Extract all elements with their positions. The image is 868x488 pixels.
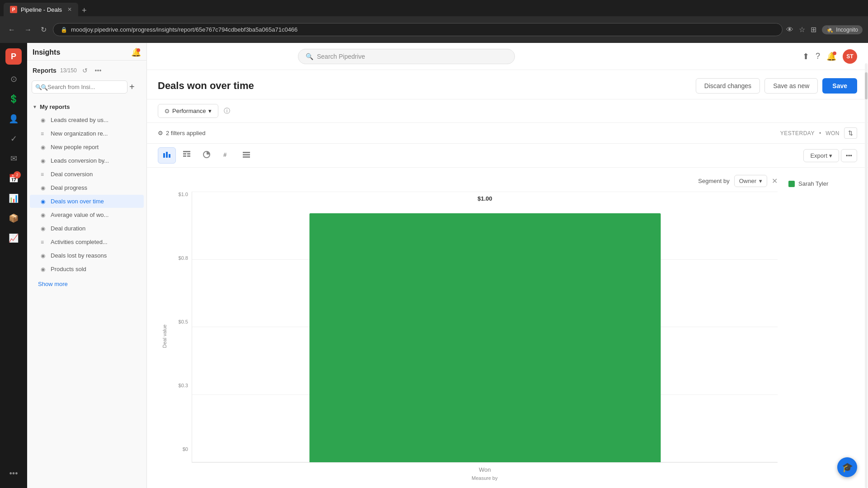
- reset-icon[interactable]: ↺: [80, 65, 90, 76]
- sidebar-item-calendar[interactable]: 📅 2: [5, 169, 23, 188]
- sidebar-item-leads-conversion[interactable]: ◉ Leads conversion by...: [30, 154, 144, 167]
- svg-rect-4: [183, 153, 186, 155]
- performance-chevron-icon: ▾: [208, 108, 212, 114]
- x-axis-title-row: Measure by: [171, 463, 778, 481]
- sidebar-item-avg-value[interactable]: ◉ Average value of wo...: [30, 208, 144, 221]
- sidebar-item-activities[interactable]: ≡ Activities completed...: [30, 235, 144, 249]
- new-tab-button[interactable]: +: [78, 5, 90, 16]
- sidebar-item-deal-conversion[interactable]: ≡ Deal conversion: [30, 168, 144, 181]
- sidebar-item-reports[interactable]: 📊: [5, 189, 23, 207]
- bar-value-label: $1.00: [477, 195, 492, 202]
- sidebar-item-inventory[interactable]: 📦: [5, 209, 23, 227]
- chatbot-button[interactable]: 🎓: [837, 457, 857, 477]
- number-chart-button[interactable]: #: [217, 147, 236, 164]
- add-report-button[interactable]: +: [127, 82, 137, 92]
- sidebar-item-deal-duration-label: Deal duration: [51, 225, 85, 232]
- active-tab[interactable]: P Pipeline - Deals ✕: [4, 3, 78, 16]
- filters-applied-badge[interactable]: ⚙ 2 filters applied: [158, 130, 205, 136]
- chart-type-bar: # Export ▾ •••: [147, 144, 868, 168]
- stacked-chart-button[interactable]: [237, 147, 255, 164]
- more-options-button[interactable]: •••: [841, 149, 857, 162]
- products-sold-icon: ◉: [41, 266, 47, 272]
- sidebar-item-activities-label: Activities completed...: [51, 239, 108, 245]
- y-axis-labels: $1.0 $0.8 $0.5 $0.3 $0: [171, 192, 192, 463]
- address-bar[interactable]: 🔒 moodjoy.pipedrive.com/progress/insight…: [53, 23, 783, 36]
- eye-slash-icon[interactable]: 👁: [786, 26, 793, 34]
- sidebar-item-leads-created[interactable]: ◉ Leads created by us...: [30, 113, 144, 127]
- sort-toggle-button[interactable]: ⇅: [844, 127, 857, 139]
- sidebar-item-deal-progress-label: Deal progress: [51, 184, 87, 191]
- extensions-icon[interactable]: ⊞: [811, 25, 816, 34]
- sidebar-item-more[interactable]: •••: [5, 465, 23, 483]
- tab-favicon: P: [10, 6, 17, 13]
- reports-sidebar: Insights 🔔 Reports 13/150 ↺ ••• 🔍 +: [27, 43, 147, 488]
- pie-chart-button[interactable]: [198, 147, 216, 164]
- sidebar-item-deals[interactable]: 💲: [5, 90, 23, 108]
- y-label-1: $1.0: [179, 192, 188, 197]
- reports-search-area: 🔍 +: [27, 79, 146, 97]
- performance-dropdown[interactable]: ⊙ Performance ▾: [158, 104, 218, 118]
- sidebar-item-deals-lost[interactable]: ◉ Deals lost by reasons: [30, 249, 144, 262]
- forward-button[interactable]: →: [22, 24, 34, 36]
- sidebar-item-products-sold[interactable]: ◉ Products sold: [30, 263, 144, 276]
- reports-title: Reports: [33, 67, 57, 74]
- calendar-badge: 2: [14, 171, 21, 178]
- y-axis-container: Deal value: [158, 192, 171, 481]
- sidebar-item-deal-progress[interactable]: ◉ Deal progress: [30, 181, 144, 194]
- chart-area: Segment by Owner ▾ ✕ Deal value: [147, 168, 868, 488]
- export-label: Export: [810, 152, 827, 159]
- new-people-icon: ◉: [41, 144, 47, 150]
- table-chart-button[interactable]: [178, 147, 196, 164]
- sidebar-item-home[interactable]: ⊙: [5, 70, 23, 88]
- sidebar-item-analytics[interactable]: 📈: [5, 229, 23, 247]
- export-button[interactable]: Export ▾: [803, 149, 839, 162]
- app-logo[interactable]: P: [5, 48, 22, 65]
- legend-label: Sarah Tyler: [798, 180, 828, 187]
- activities-icon: ≡: [41, 239, 47, 245]
- sidebar-item-deal-duration[interactable]: ◉ Deal duration: [30, 222, 144, 235]
- sidebar-item-deals-lost-label: Deals lost by reasons: [51, 252, 107, 259]
- refresh-button[interactable]: ↻: [38, 23, 49, 36]
- url-text: moodjoy.pipedrive.com/progress/insights/…: [71, 26, 297, 33]
- save-as-new-button[interactable]: Save as new: [764, 78, 818, 94]
- sidebar-item-contacts[interactable]: 👤: [5, 110, 23, 128]
- discard-changes-button[interactable]: Discard changes: [696, 78, 760, 94]
- reports-count: 13/150: [60, 67, 77, 74]
- chart-with-axes: Deal value $1.0 $0.8 $0.5 $0.3 $0: [158, 192, 778, 481]
- legend-color-swatch: [788, 181, 795, 187]
- segment-clear-button[interactable]: ✕: [772, 177, 778, 185]
- back-button[interactable]: ←: [5, 24, 18, 36]
- upgrade-icon[interactable]: ⬆: [802, 52, 809, 61]
- svg-text:#: #: [223, 151, 227, 158]
- my-reports-section[interactable]: ▼ My reports: [27, 101, 146, 113]
- sidebar-item-new-people[interactable]: ◉ New people report: [30, 141, 144, 154]
- show-more-area[interactable]: Show more: [27, 276, 146, 291]
- browser-nav: ← → ↻ 🔒 moodjoy.pipedrive.com/progress/i…: [0, 16, 868, 43]
- reports-more-icon[interactable]: •••: [93, 65, 104, 76]
- chart-container: Segment by Owner ▾ ✕ Deal value: [158, 175, 778, 481]
- y-label-5: $0: [183, 446, 188, 452]
- save-button[interactable]: Save: [822, 78, 857, 94]
- search-magnifier-icon: 🔍: [306, 53, 313, 60]
- sidebar-item-mail[interactable]: ✉: [5, 150, 23, 168]
- sidebar-item-new-org[interactable]: ≡ New organization re...: [30, 127, 144, 140]
- search-bar[interactable]: 🔍 Search Pipedrive: [298, 49, 515, 64]
- show-more-link[interactable]: Show more: [38, 281, 68, 287]
- browser-nav-icons: 👁 ☆ ⊞ 🕵 Incognito: [786, 25, 863, 34]
- bar-chart-button[interactable]: [158, 147, 176, 164]
- user-avatar[interactable]: ST: [843, 49, 857, 64]
- owner-dropdown[interactable]: Owner ▾: [734, 175, 767, 187]
- sidebar-item-activities[interactable]: ✓: [5, 130, 23, 148]
- sidebar-item-deal-conversion-label: Deal conversion: [51, 171, 93, 178]
- app-container: P ⊙ 💲 👤 ✓ ✉ 📅 2 📊 📦 📈 ••• Insights 🔔 Rep: [0, 43, 868, 488]
- info-icon[interactable]: ⓘ: [224, 107, 230, 115]
- chatbot-icon: 🎓: [842, 462, 853, 473]
- filters-bar: ⚙ 2 filters applied YESTERDAY • WON ⇅: [147, 123, 868, 144]
- tab-close-button[interactable]: ✕: [67, 6, 72, 13]
- bookmark-star-icon[interactable]: ☆: [799, 25, 805, 34]
- deal-progress-icon: ◉: [41, 185, 47, 191]
- help-icon[interactable]: ?: [816, 52, 820, 61]
- sidebar-item-deals-won[interactable]: ◉ Deals won over time: [30, 195, 144, 208]
- avg-value-icon: ◉: [41, 212, 47, 218]
- won-label: WON: [826, 130, 840, 136]
